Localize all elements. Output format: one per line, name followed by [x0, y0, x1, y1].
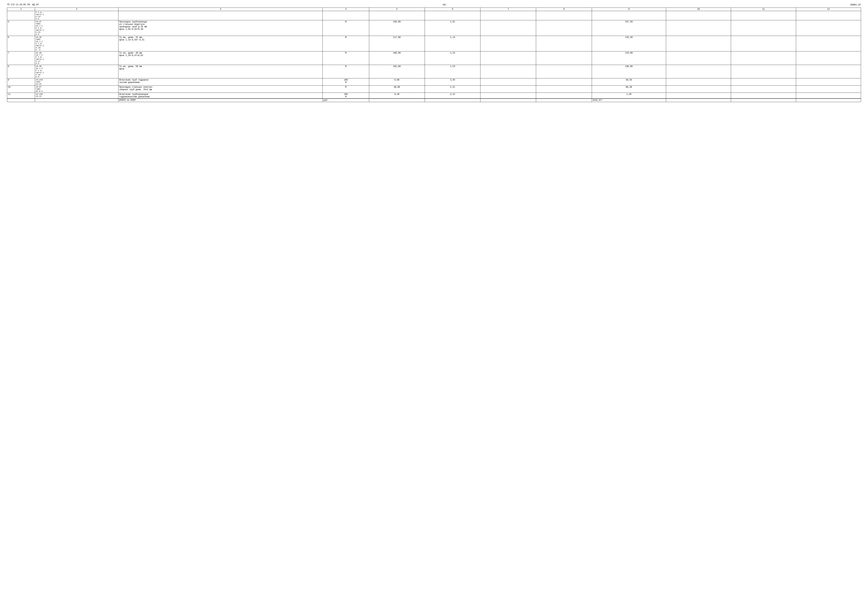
- col-header-5: 5: [369, 8, 425, 11]
- col-header-10: 10: [666, 8, 731, 11]
- row-col11: [731, 85, 796, 93]
- row-col9: 157,56: [592, 20, 666, 36]
- total-empty-12: [796, 99, 861, 102]
- row-qty: [369, 11, 425, 20]
- row-unit: 100 М: [322, 93, 369, 99]
- row-col10: [666, 65, 731, 78]
- row-desc: То же, диам. 32 мм. Цена 1,14-0,54+ 0,51: [118, 36, 322, 51]
- row-desc: Прокладка стальных электро- сварных труб…: [118, 85, 322, 93]
- row-unit: [322, 11, 369, 20]
- row-ref: 16-40 16-7-2 С С Ц часть-1 п.18 п.6: [35, 65, 118, 78]
- row-col11: [731, 65, 796, 78]
- row-desc: [118, 11, 322, 20]
- row-col7: [480, 93, 536, 99]
- row-col10: [666, 85, 731, 93]
- row-col9: 156,06: [592, 65, 666, 78]
- col-header-2: 2: [35, 8, 118, 11]
- row-col10: [666, 51, 731, 65]
- col-header-6: 6: [425, 8, 480, 11]
- row-desc: То же, диам. 50 мм Цена: [118, 65, 322, 78]
- total-row: ИТОГО по ЕРЕР руб. 4242,97*: [7, 99, 861, 102]
- row-col12: [796, 11, 861, 20]
- row-price: 1,01: [425, 20, 480, 36]
- row-num: 9: [7, 78, 35, 85]
- col-header-9: 9: [592, 8, 666, 11]
- doc-code: 20881-07: [850, 3, 861, 6]
- row-col12: [796, 85, 861, 93]
- col-header-3: 3: [118, 8, 322, 11]
- row-col8: [536, 51, 592, 65]
- row-price: 1,24: [425, 51, 480, 65]
- row-col12: [796, 36, 861, 51]
- row-price: 1,53: [425, 65, 480, 78]
- col-header-8: 8: [536, 8, 592, 11]
- row-desc: Испытание трубопроводов гидравлическим д…: [118, 93, 322, 99]
- row-qty: 100,00: [369, 51, 425, 65]
- total-empty-6: [425, 99, 480, 102]
- row-price: 2,21: [425, 85, 480, 93]
- row-qty: 9,88: [369, 78, 425, 85]
- row-ref: С С Ц часть-1 п.14 п.2: [35, 11, 118, 20]
- row-ref: 16-219 табл 16.22: [35, 78, 118, 85]
- col-header-7: 7: [480, 8, 536, 11]
- row-qty: 40,00: [369, 85, 425, 93]
- col-header-4: 4: [322, 8, 369, 11]
- row-col8: [536, 93, 592, 99]
- row-num: 6: [7, 36, 35, 51]
- row-desc: Прокладка трубопровода из стальных водог…: [118, 20, 322, 36]
- row-ref: 16-39 16.7-1 С С Ц часть-1 п.17 п.5: [35, 51, 118, 65]
- row-unit: М: [322, 65, 369, 78]
- row-num: 7: [7, 51, 35, 65]
- total-empty-1: [7, 99, 35, 102]
- row-ref: 16-37 табл. 16.7-1 С С Ц часть-1 п.15 п.…: [35, 20, 118, 36]
- row-col9: 133,38: [592, 36, 666, 51]
- table-row: 10 16-67 табл 16.8-2 Прокладка стальных …: [7, 85, 861, 93]
- row-unit: 100 М: [322, 78, 369, 85]
- row-num: 10: [7, 85, 35, 93]
- row-col11: [731, 51, 796, 65]
- row-qty: 102,00: [369, 65, 425, 78]
- row-col12: [796, 20, 861, 36]
- row-desc: То же, диам. 40 мм Цена 1,29-0,67+0,62: [118, 51, 322, 65]
- row-ref: 16-67 табл 16.8-2: [35, 85, 118, 93]
- total-value: 4242,97*: [592, 99, 666, 102]
- row-num: 5: [7, 20, 35, 36]
- col-header-1: 1: [7, 8, 35, 11]
- table-row: С С Ц часть-1 п.14 п.2: [7, 11, 861, 20]
- row-num: 8: [7, 65, 35, 78]
- total-empty-2: [35, 99, 118, 102]
- total-label: ИТОГО по ЕРЕР: [118, 99, 322, 102]
- row-col8: [536, 11, 592, 20]
- row-col7: [480, 78, 536, 85]
- row-col12: [796, 65, 861, 78]
- total-empty-10: [666, 99, 731, 102]
- row-col9: 88,40: [592, 85, 666, 93]
- table-row: 5 16-37 табл. 16.7-1 С С Ц часть-1 п.15 …: [7, 20, 861, 36]
- table-row: 7 16-39 16.7-1 С С Ц часть-1 п.17 п.5 То…: [7, 51, 861, 65]
- row-num: 11: [7, 93, 35, 99]
- row-qty: 117,00: [369, 36, 425, 51]
- row-col10: [666, 20, 731, 36]
- row-col11: [731, 78, 796, 85]
- main-table: 1 2 3 4 5 6 7 8 9 10 11 12 С С Ц часть-1…: [7, 8, 861, 102]
- row-unit: М: [322, 20, 369, 36]
- total-empty-11: [731, 99, 796, 102]
- col-header-12: 12: [796, 8, 861, 11]
- total-empty-7: [480, 99, 536, 102]
- table-row: 8 16-40 16-7-2 С С Ц часть-1 п.18 п.6 То…: [7, 65, 861, 78]
- row-num: [7, 11, 35, 20]
- col-header-11: 11: [731, 8, 796, 11]
- table-row: 6 16-38 табл 16.7-1 С С Ц часть-1 п.16 п…: [7, 36, 861, 51]
- row-col11: [731, 93, 796, 99]
- total-empty-5: [369, 99, 425, 102]
- row-ref: 16-38 табл 16.7-1 С С Ц часть-1 п.16 п. …: [35, 36, 118, 51]
- total-unit: руб.: [322, 99, 369, 102]
- total-empty-8: [536, 99, 592, 102]
- row-col9: [592, 11, 666, 20]
- row-col11: [731, 11, 796, 20]
- row-price: [425, 11, 480, 20]
- row-col10: [666, 93, 731, 99]
- row-col11: [731, 20, 796, 36]
- row-col7: [480, 11, 536, 20]
- row-col7: [480, 51, 536, 65]
